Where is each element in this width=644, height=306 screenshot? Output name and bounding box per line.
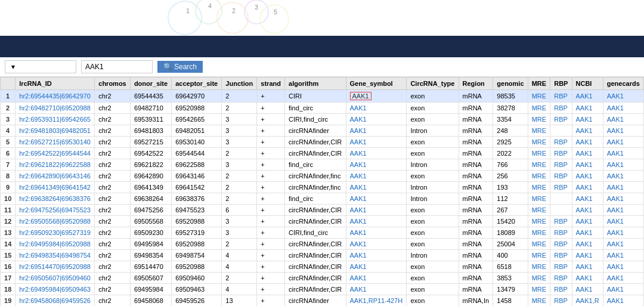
- ncbi-cell[interactable]: AAK1: [572, 125, 603, 137]
- genecards-cell[interactable]: AAK1: [603, 205, 643, 216]
- rbp-cell[interactable]: RBP: [550, 159, 572, 171]
- gene-link[interactable]: AAK1: [350, 138, 367, 146]
- genecards-cell[interactable]: AAK1: [603, 227, 643, 239]
- mre-cell[interactable]: MRE: [528, 114, 550, 125]
- lrcrna-id[interactable]: hr2:69505568|69520988: [16, 216, 95, 227]
- ncbi-cell[interactable]: AAK1: [572, 227, 603, 239]
- nav-browser-hg38[interactable]: [67, 36, 100, 57]
- rbp-cell[interactable]: RBP: [550, 171, 572, 182]
- ncbi-cell[interactable]: AAK1: [572, 216, 603, 227]
- lrcrna-id[interactable]: hr2:69542522|69544544: [16, 148, 95, 159]
- genecards-cell[interactable]: AAK1: [603, 182, 643, 193]
- ncbi-cell[interactable]: AAK1: [572, 261, 603, 273]
- nav-comparison[interactable]: [100, 36, 134, 57]
- ncbi-cell[interactable]: AAK1: [572, 148, 603, 159]
- ncbi-cell[interactable]: AAK1: [572, 193, 603, 205]
- gene-symbol[interactable]: AAK1: [346, 193, 407, 205]
- lrcrna-id[interactable]: hr2:69621822|69622588: [16, 159, 95, 171]
- gene-symbol[interactable]: AAK1: [346, 182, 407, 193]
- gene-link[interactable]: AAK1: [350, 184, 367, 191]
- lrcrna-id[interactable]: hr2:69509230|69527319: [16, 227, 95, 239]
- species-select[interactable]: ▾: [5, 60, 76, 73]
- gene-link[interactable]: AAK1: [350, 127, 367, 134]
- lrcrna-id[interactable]: hr2:69505607|69509460: [16, 273, 95, 284]
- rbp-cell[interactable]: [550, 205, 572, 216]
- rbp-cell[interactable]: RBP: [550, 239, 572, 250]
- ncbi-cell[interactable]: AAK1: [572, 182, 603, 193]
- ncbi-cell[interactable]: AAK1: [572, 90, 603, 103]
- ncbi-cell[interactable]: AAK1: [572, 103, 603, 114]
- mre-cell[interactable]: MRE: [528, 182, 550, 193]
- rbp-cell[interactable]: RBP: [550, 114, 572, 125]
- mre-cell[interactable]: MRE: [528, 148, 550, 159]
- gene-link[interactable]: AAK1: [350, 229, 367, 236]
- mre-cell[interactable]: MRE: [528, 137, 550, 148]
- gene-symbol[interactable]: AAK1: [346, 250, 407, 261]
- gene-symbol[interactable]: AAK1: [346, 227, 407, 239]
- rbp-cell[interactable]: RBP: [550, 103, 572, 114]
- ncbi-cell[interactable]: AAK1: [572, 239, 603, 250]
- genecards-cell[interactable]: AAK1: [603, 193, 643, 205]
- rbp-cell[interactable]: [550, 125, 572, 137]
- genecards-cell[interactable]: AAK1: [603, 137, 643, 148]
- genecards-cell[interactable]: AAK1: [603, 284, 643, 295]
- gene-symbol[interactable]: AAK1: [346, 137, 407, 148]
- gene-symbol[interactable]: AAK1: [346, 114, 407, 125]
- lrcrna-id[interactable]: hr2:69641349|69641542: [16, 182, 95, 193]
- nav-home[interactable]: [0, 36, 33, 57]
- lrcrna-id[interactable]: hr2:69482710|69520988: [16, 103, 95, 114]
- gene-link[interactable]: AAK1: [350, 274, 367, 282]
- genecards-cell[interactable]: AAK1: [603, 148, 643, 159]
- ncbi-cell[interactable]: AAK1: [572, 250, 603, 261]
- genecards-cell[interactable]: AAK1: [603, 125, 643, 137]
- mre-cell[interactable]: MRE: [528, 103, 550, 114]
- gene-link[interactable]: AAK1: [350, 195, 367, 202]
- rbp-cell[interactable]: RBP: [550, 250, 572, 261]
- gene-link[interactable]: AAK1: [350, 252, 367, 259]
- gene-symbol[interactable]: AAK1,RP11-427H: [346, 295, 407, 307]
- genecards-cell[interactable]: AAK1: [603, 273, 643, 284]
- rbp-cell[interactable]: RBP: [550, 284, 572, 295]
- genecards-cell[interactable]: AAK1: [603, 103, 643, 114]
- genecards-cell[interactable]: AAK1: [603, 295, 643, 307]
- lrcrna-id[interactable]: hr2:69498354|69498754: [16, 250, 95, 261]
- results-table-container[interactable]: lrcRNA_ID chromos donor_site acceptor_si…: [0, 77, 644, 306]
- mre-cell[interactable]: MRE: [528, 284, 550, 295]
- gene-link[interactable]: AAK1: [350, 116, 367, 123]
- mre-cell[interactable]: MRE: [528, 261, 550, 273]
- rbp-cell[interactable]: RBP: [550, 273, 572, 284]
- nav-download[interactable]: [134, 36, 167, 57]
- gene-link[interactable]: AAK1: [350, 206, 367, 214]
- gene-link[interactable]: AAK1: [350, 172, 367, 180]
- lrcrna-id[interactable]: hr2:69475256|69475523: [16, 205, 95, 216]
- mre-cell[interactable]: MRE: [528, 125, 550, 137]
- rbp-cell[interactable]: RBP: [550, 90, 572, 103]
- mre-cell[interactable]: MRE: [528, 171, 550, 182]
- gene-link[interactable]: AAK1,RP11-427H: [350, 297, 403, 304]
- lrcrna-id[interactable]: hr2:69514470|69520988: [16, 261, 95, 273]
- rbp-cell[interactable]: [550, 193, 572, 205]
- rbp-cell[interactable]: RBP: [550, 227, 572, 239]
- rbp-cell[interactable]: RBP: [550, 261, 572, 273]
- gene-link[interactable]: AAK1: [350, 150, 367, 157]
- nav-contact[interactable]: [167, 36, 200, 57]
- lrcrna-id[interactable]: hr2:69539311|69542665: [16, 114, 95, 125]
- mre-cell[interactable]: MRE: [528, 90, 550, 103]
- rbp-cell[interactable]: RBP: [550, 295, 572, 307]
- ncbi-cell[interactable]: AAK1: [572, 159, 603, 171]
- gene-link[interactable]: AAK1: [350, 218, 367, 225]
- mre-cell[interactable]: MRE: [528, 250, 550, 261]
- gene-link[interactable]: AAK1: [350, 104, 367, 112]
- gene-symbol[interactable]: AAK1: [346, 103, 407, 114]
- genecards-cell[interactable]: AAK1: [603, 90, 643, 103]
- gene-symbol[interactable]: AAK1: [346, 273, 407, 284]
- genecards-cell[interactable]: AAK1: [603, 216, 643, 227]
- lrcrna-id[interactable]: hr2:69527215|69530140: [16, 137, 95, 148]
- rbp-cell[interactable]: RBP: [550, 216, 572, 227]
- lrcrna-id[interactable]: hr2:69495984|69520988: [16, 239, 95, 250]
- genecards-cell[interactable]: AAK1: [603, 261, 643, 273]
- mre-cell[interactable]: MRE: [528, 193, 550, 205]
- rbp-cell[interactable]: RBP: [550, 182, 572, 193]
- gene-symbol[interactable]: AAK1: [346, 205, 407, 216]
- rbp-cell[interactable]: RBP: [550, 137, 572, 148]
